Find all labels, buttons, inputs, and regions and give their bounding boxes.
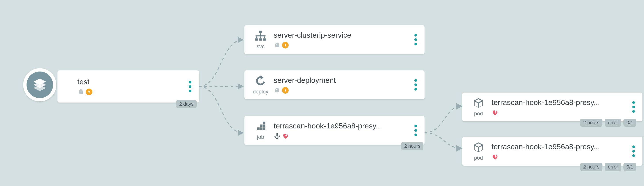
pod-chips: 2 hours error 0/1 xyxy=(580,119,636,127)
svg-rect-6 xyxy=(255,38,258,41)
svg-rect-7 xyxy=(259,38,262,41)
pod-status-icons xyxy=(492,153,629,160)
chip-age: 2 hours xyxy=(580,119,602,127)
svg-rect-9 xyxy=(263,122,266,124)
app-age-badge: 2 days xyxy=(176,100,197,108)
resource-status-icons xyxy=(274,42,411,49)
app-card[interactable]: test xyxy=(58,70,199,103)
arrow-up-icon xyxy=(282,87,289,94)
resource-menu-button[interactable] xyxy=(411,123,420,138)
ghost-icon xyxy=(274,42,281,49)
ghost-icon xyxy=(274,87,281,94)
resource-name: server-deployment xyxy=(274,76,411,85)
resource-status-icons xyxy=(274,132,411,139)
app-root-icon xyxy=(23,68,56,101)
chip-status: error xyxy=(605,119,621,127)
chip-status: error xyxy=(605,163,621,171)
resource-status-icons xyxy=(274,87,411,94)
app-name: test xyxy=(77,78,185,86)
arrow-up-icon xyxy=(86,89,92,95)
kind-label: job xyxy=(257,134,264,140)
pod-icon xyxy=(472,97,485,110)
anchor-icon xyxy=(274,132,281,139)
svg-rect-0 xyxy=(259,31,262,33)
broken-heart-icon xyxy=(492,109,498,116)
svg-rect-12 xyxy=(257,127,260,130)
svg-rect-10 xyxy=(260,124,262,127)
app-status-icons xyxy=(77,88,185,95)
chip-age: 2 hours xyxy=(580,163,602,171)
arrow-up-icon xyxy=(282,42,289,49)
chip-ready: 0/1 xyxy=(624,163,636,171)
pod-chips: 2 hours error 0/1 xyxy=(580,163,636,171)
broken-heart-icon xyxy=(282,132,289,139)
svg-rect-2 xyxy=(256,36,266,37)
job-icon xyxy=(254,121,267,133)
resource-name: server-clusterip-service xyxy=(274,31,411,39)
pod-name: terrascan-hook-1e956a8-presy... xyxy=(492,142,629,151)
layers-icon xyxy=(32,77,47,92)
svg-rect-4 xyxy=(260,36,261,38)
resource-menu-button[interactable] xyxy=(411,32,420,47)
pod-name: terrascan-hook-1e956a8-presy... xyxy=(492,98,629,107)
pod-card[interactable]: pod terrascan-hook-1e956a8-presy... xyxy=(462,93,642,121)
pod-status-icons xyxy=(492,109,629,116)
svg-rect-1 xyxy=(260,33,261,36)
svg-rect-5 xyxy=(264,36,265,38)
svg-rect-8 xyxy=(263,38,266,41)
service-icon xyxy=(254,30,268,43)
pod-menu-button[interactable] xyxy=(629,99,638,115)
resource-menu-button[interactable] xyxy=(411,77,420,93)
pod-icon xyxy=(472,141,485,154)
kind-label: pod xyxy=(474,110,483,117)
job-age-badge: 2 hours xyxy=(401,142,424,150)
kind-label: pod xyxy=(474,155,483,161)
pod-menu-button[interactable] xyxy=(629,143,638,159)
svg-rect-3 xyxy=(256,36,257,38)
deploy-icon xyxy=(254,75,268,88)
kind-label: svc xyxy=(256,43,264,50)
app-menu-button[interactable] xyxy=(185,79,195,94)
resource-card-job[interactable]: job terrascan-hook-1e956a8-presy... xyxy=(244,116,424,145)
svg-rect-14 xyxy=(263,127,266,130)
ghost-icon xyxy=(77,88,84,95)
resource-card-deploy[interactable]: deploy server-deployment xyxy=(244,70,424,99)
resource-card-svc[interactable]: svc server-clusterip-service xyxy=(244,25,424,54)
svg-rect-11 xyxy=(263,124,266,127)
resource-name: terrascan-hook-1e956a8-presy... xyxy=(274,122,411,130)
chip-ready: 0/1 xyxy=(624,119,636,127)
broken-heart-icon xyxy=(492,153,498,160)
svg-rect-13 xyxy=(260,127,262,130)
pod-card[interactable]: pod terrascan-hook-1e956a8-presy... xyxy=(462,137,642,166)
kind-label: deploy xyxy=(253,89,268,95)
